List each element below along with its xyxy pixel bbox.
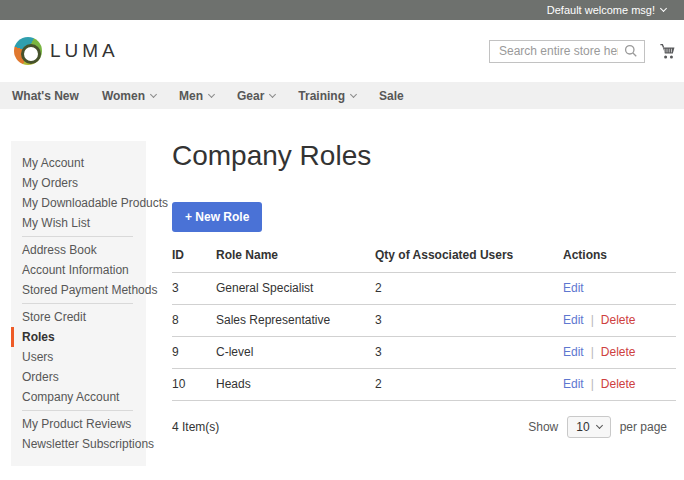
chevron-down-icon (596, 422, 603, 429)
role-id-cell: 9 (172, 337, 216, 369)
per-page-control: Show 10 per page (528, 416, 676, 438)
sidebar-item-my-account[interactable]: My Account (11, 153, 146, 173)
role-id-cell: 10 (172, 369, 216, 401)
sidebar-item-my-product-reviews[interactable]: My Product Reviews (11, 414, 146, 434)
sidebar-divider (22, 410, 133, 411)
sidebar-item-orders[interactable]: Orders (11, 367, 146, 387)
table-row: 9C-level3Edit|Delete (172, 337, 676, 369)
delete-link[interactable]: Delete (601, 313, 636, 327)
sidebar-divider (22, 303, 133, 304)
sidebar-item-stored-payment-methods[interactable]: Stored Payment Methods (11, 280, 146, 300)
header-actions: Actions (563, 246, 676, 273)
actions-cell: Edit|Delete (563, 369, 676, 401)
per-page-select[interactable]: 10 (567, 416, 610, 438)
role-qty-cell: 2 (375, 273, 563, 305)
delete-link[interactable]: Delete (601, 377, 636, 391)
table-row: 3General Specialist2Edit (172, 273, 676, 305)
role-qty-cell: 2 (375, 369, 563, 401)
cart-icon[interactable] (658, 42, 677, 61)
main-content: Company Roles + New Role ID Role Name Qt… (172, 141, 676, 466)
sidebar-item-store-credit[interactable]: Store Credit (11, 307, 146, 327)
search-icon[interactable] (624, 44, 638, 62)
sidebar-item-newsletter-subscriptions[interactable]: Newsletter Subscriptions (11, 434, 146, 454)
actions-cell: Edit|Delete (563, 337, 676, 369)
header-role-name: Role Name (216, 246, 375, 273)
table-row: 10Heads2Edit|Delete (172, 369, 676, 401)
welcome-label: Default welcome msg! (547, 4, 655, 16)
storefront-page: Default welcome msg! LUMA (0, 0, 684, 480)
role-name-cell: Heads (216, 369, 375, 401)
sidebar-item-my-orders[interactable]: My Orders (11, 173, 146, 193)
edit-link[interactable]: Edit (563, 377, 584, 391)
search-input[interactable] (489, 40, 645, 63)
nav-item-gear[interactable]: Gear (237, 89, 275, 103)
table-header-row: ID Role Name Qty of Associated Users Act… (172, 246, 676, 273)
main-nav: What's NewWomenMenGearTrainingSale (0, 82, 684, 109)
nav-item-label: Training (298, 89, 345, 103)
sidebar-item-roles[interactable]: Roles (11, 327, 146, 347)
welcome-dropdown[interactable]: Default welcome msg! (547, 4, 666, 16)
store-logo[interactable]: LUMA (14, 37, 119, 65)
items-count: 4 Item(s) (172, 420, 219, 434)
nav-item-what-s-new[interactable]: What's New (12, 89, 79, 103)
role-name-cell: General Specialist (216, 273, 375, 305)
per-page-value: 10 (576, 420, 589, 434)
per-page-label: per page (620, 420, 667, 434)
nav-item-label: Men (179, 89, 203, 103)
sidebar-item-users[interactable]: Users (11, 347, 146, 367)
sidebar-item-company-account[interactable]: Company Account (11, 387, 146, 407)
roles-table-body: 3General Specialist2Edit8Sales Represent… (172, 273, 676, 401)
nav-item-label: What's New (12, 89, 79, 103)
sidebar-item-my-downloadable-products[interactable]: My Downloadable Products (11, 193, 146, 213)
edit-link[interactable]: Edit (563, 345, 584, 359)
edit-link[interactable]: Edit (563, 313, 584, 327)
nav-item-men[interactable]: Men (179, 89, 214, 103)
chevron-down-icon (208, 91, 215, 98)
actions-cell: Edit|Delete (563, 305, 676, 337)
sidebar-divider (22, 236, 133, 237)
nav-item-women[interactable]: Women (102, 89, 156, 103)
action-separator: | (591, 345, 594, 359)
role-name-cell: C-level (216, 337, 375, 369)
table-footer: 4 Item(s) Show 10 per page (172, 416, 676, 438)
delete-link[interactable]: Delete (601, 345, 636, 359)
page-body: My AccountMy OrdersMy Downloadable Produ… (0, 109, 684, 466)
header-qty: Qty of Associated Users (375, 246, 563, 273)
search-box (489, 40, 645, 63)
new-role-button[interactable]: + New Role (172, 202, 262, 232)
nav-item-label: Gear (237, 89, 264, 103)
header-id: ID (172, 246, 216, 273)
chevron-down-icon (350, 91, 357, 98)
nav-item-sale[interactable]: Sale (379, 89, 404, 103)
luma-logo-icon (14, 37, 42, 65)
role-qty-cell: 3 (375, 305, 563, 337)
top-bar: Default welcome msg! (0, 0, 684, 20)
edit-link[interactable]: Edit (563, 281, 584, 295)
nav-item-label: Women (102, 89, 145, 103)
action-separator: | (591, 377, 594, 391)
header: LUMA (0, 20, 684, 82)
sidebar-item-address-book[interactable]: Address Book (11, 240, 146, 260)
role-id-cell: 8 (172, 305, 216, 337)
action-separator: | (591, 313, 594, 327)
roles-table: ID Role Name Qty of Associated Users Act… (172, 246, 676, 401)
role-id-cell: 3 (172, 273, 216, 305)
actions-cell: Edit (563, 273, 676, 305)
role-name-cell: Sales Representative (216, 305, 375, 337)
chevron-down-icon (660, 5, 667, 12)
header-right (489, 40, 677, 63)
role-qty-cell: 3 (375, 337, 563, 369)
chevron-down-icon (150, 91, 157, 98)
chevron-down-icon (269, 91, 276, 98)
page-title: Company Roles (172, 141, 676, 170)
logo-text: LUMA (50, 40, 119, 62)
sidebar-item-my-wish-list[interactable]: My Wish List (11, 213, 146, 233)
nav-item-training[interactable]: Training (298, 89, 356, 103)
nav-item-label: Sale (379, 89, 404, 103)
table-row: 8Sales Representative3Edit|Delete (172, 305, 676, 337)
sidebar-item-account-information[interactable]: Account Information (11, 260, 146, 280)
show-label: Show (528, 420, 558, 434)
account-sidebar: My AccountMy OrdersMy Downloadable Produ… (11, 141, 146, 466)
